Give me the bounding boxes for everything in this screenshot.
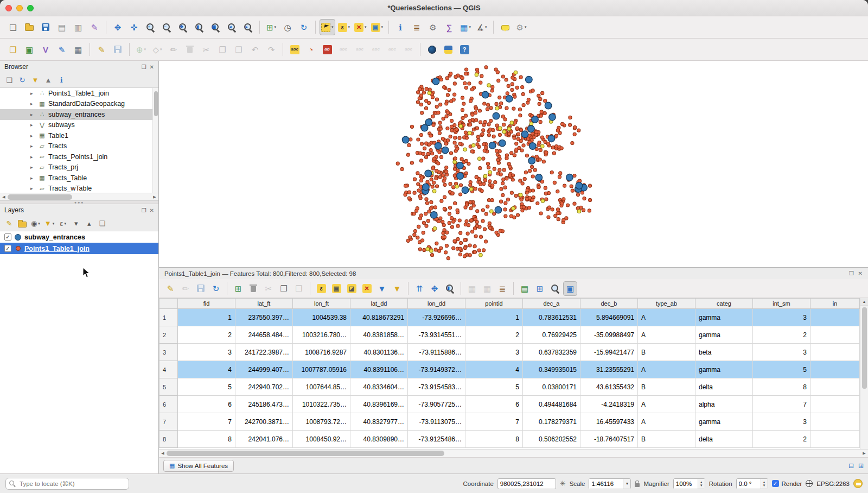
expand-panel-icon[interactable]: ⊞ bbox=[858, 462, 864, 470]
crs-label[interactable]: EPSG:2263 bbox=[816, 481, 850, 487]
scale-input[interactable] bbox=[589, 479, 623, 489]
zoom-to-selection-button[interactable]: ▮ bbox=[443, 281, 457, 296]
browser-item-Table1[interactable]: ▸▦Table1 bbox=[0, 130, 158, 141]
cell-int_sm[interactable]: 3 bbox=[753, 309, 810, 326]
cell-lat_dd[interactable]: 40.8381858… bbox=[350, 326, 408, 344]
cell-dec_a[interactable]: 0.506202552 bbox=[523, 431, 580, 448]
copy-selected-rows-button[interactable]: ❐ bbox=[277, 281, 291, 296]
cell-lon_ft[interactable]: 1010322.735… bbox=[293, 396, 350, 413]
manage-map-themes-button[interactable]: ◉▾ bbox=[29, 218, 42, 230]
open-layer-styling-button[interactable]: ✎ bbox=[3, 218, 15, 230]
close-window-button[interactable] bbox=[5, 5, 12, 11]
row-number[interactable]: 4 bbox=[159, 361, 178, 378]
float-attribute-panel-icon[interactable]: ❐ bbox=[849, 270, 854, 276]
cell-lon_ft[interactable]: 1008716.9287 bbox=[293, 344, 350, 361]
new-shapefile-layer-button[interactable]: V bbox=[38, 41, 53, 58]
zoom-out-button[interactable]: − bbox=[159, 19, 174, 35]
cell-categ[interactable]: beta bbox=[695, 344, 753, 361]
processing-toolbox-button[interactable]: ⚙ bbox=[425, 19, 441, 35]
cell-in[interactable] bbox=[810, 361, 860, 378]
cell-int_sm[interactable]: 2 bbox=[753, 431, 810, 448]
cell-lat_dd[interactable]: 40.818673291 bbox=[350, 309, 408, 326]
filter-by-expression-button[interactable]: ε▾ bbox=[57, 218, 69, 230]
vertex-tool-button[interactable]: ◇▾ bbox=[150, 41, 165, 58]
select-by-expression-button[interactable]: ε▾ bbox=[336, 19, 352, 35]
column-header-lat_dd[interactable]: lat_dd bbox=[350, 299, 408, 309]
cell-type_ab[interactable]: B bbox=[638, 344, 695, 361]
cell-fid[interactable]: 6 bbox=[178, 396, 235, 413]
cell-lat_dd[interactable]: 40.8327977… bbox=[350, 413, 408, 431]
browser-item-Points1_Table1_join[interactable]: ▸∴Points1_Table1_join bbox=[0, 88, 158, 99]
save-edits-button[interactable] bbox=[194, 281, 208, 296]
cell-in[interactable] bbox=[810, 326, 860, 344]
cell-lat_dd[interactable]: 40.8309890… bbox=[350, 431, 408, 448]
collapse-all-button[interactable]: ▲ bbox=[42, 74, 54, 86]
extents-toggle-icon[interactable]: ✳ bbox=[560, 479, 566, 488]
cell-int_sm[interactable]: 7 bbox=[753, 396, 810, 413]
column-header-int_sm[interactable]: int_sm bbox=[753, 299, 810, 309]
cell-dec_b[interactable]: -15.99421477 bbox=[580, 344, 638, 361]
cell-lat_ft[interactable]: 242940.702… bbox=[235, 378, 293, 396]
row-number[interactable]: 1 bbox=[159, 309, 178, 326]
layer-item-subway_entrances[interactable]: ✓subway_entrances bbox=[0, 231, 158, 243]
render-checkbox[interactable]: ✓ Render bbox=[772, 480, 802, 487]
float-layers-panel-icon[interactable]: ❐ bbox=[142, 207, 146, 213]
cell-in[interactable] bbox=[810, 431, 860, 448]
toggle-editing-button[interactable]: ✎ bbox=[163, 281, 177, 296]
close-layers-panel-icon[interactable]: ✕ bbox=[150, 207, 154, 213]
cell-pointid[interactable]: 8 bbox=[465, 431, 523, 448]
zoom-in-button[interactable]: + bbox=[143, 19, 158, 35]
locate-input[interactable] bbox=[18, 480, 125, 488]
dock-attribute-table-button[interactable]: ⊞ bbox=[533, 281, 547, 296]
refresh-map-button[interactable]: ↻ bbox=[296, 19, 311, 35]
reload-table-button[interactable]: ↻ bbox=[209, 281, 223, 296]
cell-int_sm[interactable]: 5 bbox=[753, 361, 810, 378]
column-header-lon_ft[interactable]: lon_ft bbox=[293, 299, 350, 309]
column-header-categ[interactable]: categ bbox=[695, 299, 753, 309]
cell-pointid[interactable]: 6 bbox=[465, 396, 523, 413]
cell-type_ab[interactable]: A bbox=[638, 413, 695, 431]
cell-in[interactable] bbox=[810, 344, 860, 361]
close-browser-panel-icon[interactable]: ✕ bbox=[150, 64, 154, 70]
cell-pointid[interactable]: 1 bbox=[465, 309, 523, 326]
cell-lon_dd[interactable]: -73.9314551… bbox=[408, 326, 465, 344]
cell-categ[interactable]: delta bbox=[695, 431, 753, 448]
remove-layer-button[interactable]: ❏ bbox=[96, 218, 108, 230]
pan-to-selection-button[interactable]: ✥ bbox=[427, 281, 442, 296]
scroll-left-icon[interactable]: ◀ bbox=[0, 195, 8, 199]
new-field-button[interactable]: ▦ bbox=[465, 281, 479, 296]
layer-diagram-button[interactable]: ◔ bbox=[303, 41, 318, 58]
browser-hscrollbar[interactable]: ◀ ▶ bbox=[0, 193, 158, 200]
cell-lat_ft[interactable]: 241722.3987… bbox=[235, 344, 293, 361]
label-rotate-button[interactable]: abc bbox=[385, 41, 400, 58]
cell-lon_ft[interactable]: 1007787.05916 bbox=[293, 361, 350, 378]
cell-lon_ft[interactable]: 1008450.92… bbox=[293, 431, 350, 448]
feature-filter-button[interactable]: ▦ Show All Features bbox=[163, 460, 234, 472]
browser-item-subways[interactable]: ▸⋁subways bbox=[0, 120, 158, 131]
cell-categ[interactable]: gamma bbox=[695, 309, 753, 326]
browser-vscrollbar[interactable] bbox=[152, 88, 158, 193]
cell-lat_ft[interactable]: 242700.3871… bbox=[235, 413, 293, 431]
cell-in[interactable] bbox=[810, 378, 860, 396]
help-button[interactable]: ? bbox=[457, 41, 472, 58]
cell-dec_b[interactable]: -18.76407517 bbox=[580, 431, 638, 448]
multi-edit-button[interactable]: ✏ bbox=[178, 281, 193, 296]
map-tips-button[interactable] bbox=[497, 19, 513, 35]
column-header-in[interactable]: in bbox=[810, 299, 860, 309]
delete-selected-features-button[interactable] bbox=[246, 281, 260, 296]
invert-selection-button[interactable]: ◪ bbox=[344, 281, 359, 296]
dock-panel-icon[interactable]: ⊟ bbox=[848, 462, 854, 470]
attribute-table-vscrollbar[interactable]: ▲ bbox=[860, 298, 868, 449]
zoom-next-button[interactable]: ▸ bbox=[240, 19, 256, 35]
cell-lat_ft[interactable]: 242041.076… bbox=[235, 431, 293, 448]
collapse-all-layers-button[interactable]: ▴ bbox=[83, 218, 95, 230]
expand-icon[interactable]: ▸ bbox=[30, 101, 36, 106]
cell-lon_ft[interactable]: 1004539.38 bbox=[293, 309, 350, 326]
scroll-thumb[interactable] bbox=[154, 91, 158, 116]
minimize-window-button[interactable] bbox=[16, 5, 23, 11]
browser-item-Tracts_wTable[interactable]: ▸▱Tracts_wTable bbox=[0, 184, 158, 193]
cell-lon_dd[interactable]: -73.9113075… bbox=[408, 413, 465, 431]
cell-pointid[interactable]: 7 bbox=[465, 413, 523, 431]
row-number[interactable]: 5 bbox=[159, 378, 178, 396]
layer-item-Points1_Table1_join[interactable]: ✓Points1_Table1_join bbox=[0, 243, 158, 254]
